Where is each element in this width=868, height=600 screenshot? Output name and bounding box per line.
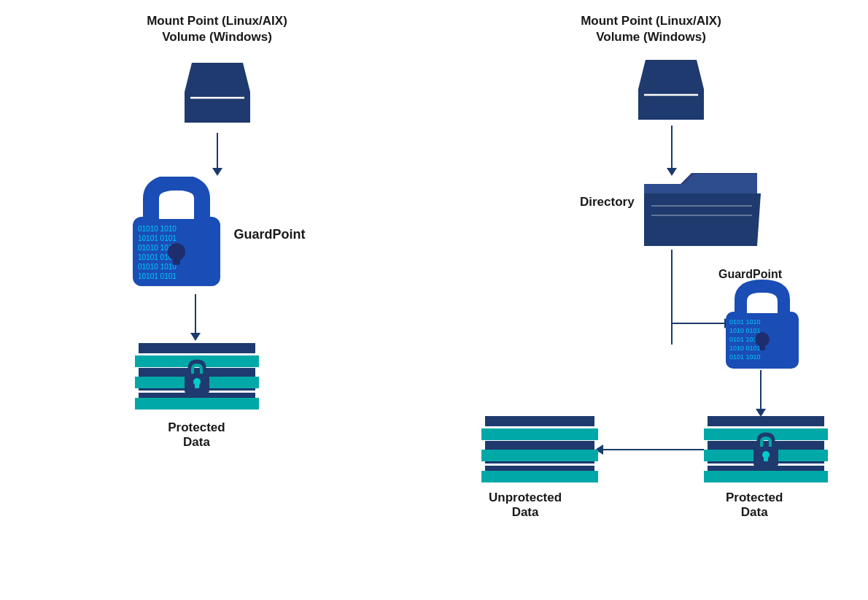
right-protected-data-icon: [704, 409, 828, 492]
svg-rect-11: [173, 252, 180, 265]
svg-marker-28: [644, 174, 757, 193]
left-hdd-icon: [177, 55, 257, 131]
svg-rect-17: [135, 398, 259, 409]
svg-marker-27: [644, 193, 761, 246]
main-container: Mount Point (Linux/AIX) Volume (Windows): [0, 0, 868, 600]
right-protected-label1: Protected: [726, 491, 783, 505]
left-lock-icon: 01010 1010 10101 0101 01010 1010 10101 0…: [129, 177, 224, 293]
right-unprotected-label2: Data: [489, 505, 562, 520]
right-guardpoint-label: GuardPoint: [718, 268, 782, 281]
svg-text:1010 0101: 1010 0101: [729, 345, 761, 352]
svg-rect-49: [764, 455, 768, 461]
right-hdd-icon: [631, 53, 711, 128]
svg-rect-55: [481, 471, 598, 482]
right-directory-label: Directory: [580, 195, 635, 209]
svg-marker-0: [185, 63, 250, 92]
svg-rect-52: [485, 441, 594, 451]
left-title-line1: Mount Point (Linux/AIX): [147, 13, 287, 29]
svg-rect-16: [139, 343, 255, 353]
svg-rect-44: [704, 471, 828, 482]
left-protected-label2: Data: [168, 435, 225, 450]
svg-text:0101 1010: 0101 1010: [729, 318, 761, 326]
svg-rect-22: [195, 382, 199, 388]
svg-text:10101 0101: 10101 0101: [138, 272, 177, 280]
left-protected-data-icon: [135, 336, 259, 419]
right-unprotected-label1: Unprotected: [489, 491, 562, 505]
svg-rect-24: [638, 89, 704, 120]
svg-text:01010 1010: 01010 1010: [138, 225, 177, 233]
left-protected-label1: Protected: [168, 420, 225, 435]
svg-rect-1: [185, 92, 250, 123]
svg-rect-54: [485, 416, 594, 426]
right-unprotected-data-icon: [481, 409, 598, 492]
right-folder-icon: [644, 166, 761, 256]
svg-text:1010 0101: 1010 0101: [729, 327, 761, 334]
svg-text:01010 1010: 01010 1010: [138, 263, 177, 271]
left-guardpoint-label: GuardPoint: [234, 227, 306, 242]
svg-marker-23: [638, 60, 704, 89]
svg-text:0101 1010: 0101 1010: [729, 353, 761, 361]
left-title-line2: Volume (Windows): [147, 29, 287, 45]
right-diagram: Mount Point (Linux/AIX) Volume (Windows)…: [434, 0, 868, 600]
svg-rect-43: [708, 416, 824, 426]
right-protected-label2: Data: [726, 505, 783, 520]
svg-rect-38: [759, 339, 765, 350]
svg-rect-57: [481, 428, 598, 440]
svg-rect-56: [481, 450, 598, 461]
right-title-line1: Mount Point (Linux/AIX): [581, 13, 721, 29]
left-diagram: Mount Point (Linux/AIX) Volume (Windows): [0, 0, 434, 600]
right-title-line2: Volume (Windows): [581, 29, 721, 45]
svg-text:10101 0101: 10101 0101: [138, 234, 177, 242]
right-lock-icon: 0101 1010 1010 0101 0101 1010 1010 0101 …: [722, 279, 802, 373]
